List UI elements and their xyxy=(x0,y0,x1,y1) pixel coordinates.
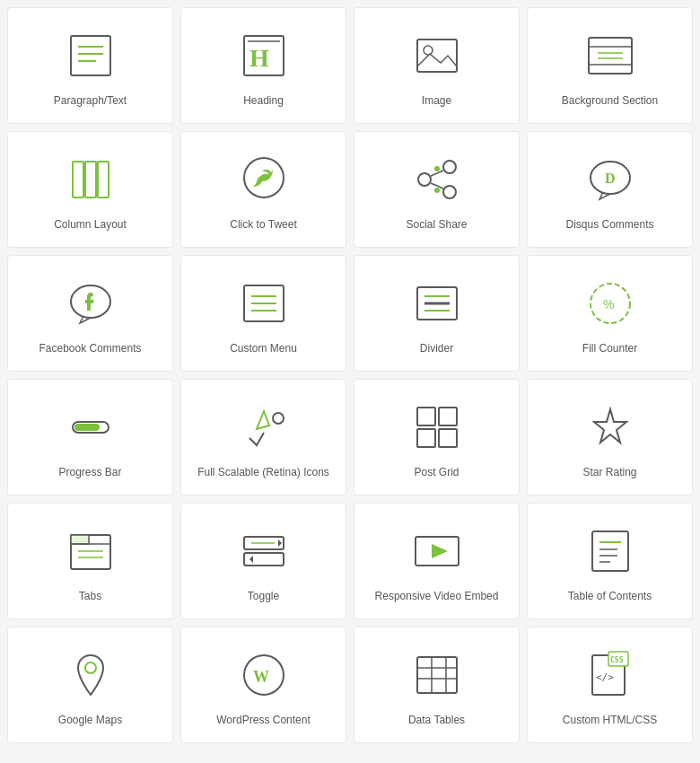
svg-point-24 xyxy=(434,188,440,193)
widget-card-tabs[interactable]: Tabs xyxy=(7,503,173,619)
svg-rect-42 xyxy=(439,408,457,425)
svg-rect-41 xyxy=(417,408,435,425)
svg-rect-15 xyxy=(85,162,96,197)
svg-marker-45 xyxy=(594,409,626,443)
widget-card-column-layout[interactable]: Column Layout xyxy=(7,131,173,248)
table-of-contents-icon xyxy=(582,522,639,580)
custom-menu-icon xyxy=(235,275,293,332)
widget-card-divider[interactable]: Divider xyxy=(354,255,520,372)
svg-point-23 xyxy=(434,166,440,171)
widget-label: Image xyxy=(422,93,451,109)
svg-point-19 xyxy=(418,173,431,186)
paragraph-icon xyxy=(62,27,119,84)
widget-label: Disqus Comments xyxy=(565,217,653,232)
progress-bar-icon xyxy=(62,399,119,456)
click-to-tweet-icon xyxy=(235,151,293,208)
widget-card-responsive-video-embed[interactable]: Responsive Video Embed xyxy=(354,503,520,619)
social-share-icon xyxy=(408,151,466,208)
widget-card-paragraph-text[interactable]: Paragraph/Text xyxy=(7,7,173,124)
widget-card-wordpress-content[interactable]: W WordPress Content xyxy=(180,627,346,743)
svg-text:</>: </> xyxy=(596,671,614,683)
svg-marker-55 xyxy=(249,556,253,563)
widget-label: Custom HTML/CSS xyxy=(563,713,657,728)
svg-point-8 xyxy=(424,46,433,55)
widget-label: Divider xyxy=(420,341,453,356)
svg-point-63 xyxy=(85,662,96,673)
widget-label: Fill Counter xyxy=(582,341,637,356)
widget-label: Table of Contents xyxy=(568,589,652,604)
svg-rect-7 xyxy=(417,39,457,72)
widget-card-custom-menu[interactable]: Custom Menu xyxy=(180,255,346,372)
svg-text:H: H xyxy=(249,44,269,72)
svg-rect-43 xyxy=(417,429,435,447)
fill-counter-icon: % xyxy=(582,275,639,332)
widget-card-background-section[interactable]: Background Section xyxy=(527,7,693,124)
widget-label: Progress Bar xyxy=(58,465,121,480)
svg-marker-52 xyxy=(278,539,282,547)
custom-html-icon: CSS </> xyxy=(582,646,639,704)
widget-label: Responsive Video Embed xyxy=(375,589,499,604)
svg-rect-58 xyxy=(592,531,628,571)
svg-rect-9 xyxy=(589,38,632,74)
widget-card-star-rating[interactable]: Star Rating xyxy=(527,379,693,496)
widget-label: Click to Tweet xyxy=(230,217,296,232)
image-icon xyxy=(408,27,466,84)
svg-point-18 xyxy=(443,161,456,173)
widget-label: Full Scalable (Retina) Icons xyxy=(197,465,329,480)
google-maps-icon xyxy=(62,646,119,704)
data-tables-icon xyxy=(408,646,466,704)
tabs-icon xyxy=(62,522,119,580)
video-embed-icon xyxy=(408,522,466,580)
widget-card-disqus-comments[interactable]: D Disqus Comments xyxy=(527,131,693,248)
svg-rect-14 xyxy=(73,162,83,197)
svg-rect-44 xyxy=(439,429,457,447)
svg-text:W: W xyxy=(253,668,269,686)
widget-label: Toggle xyxy=(248,589,279,604)
widget-card-post-grid[interactable]: Post Grid xyxy=(354,379,520,496)
widget-label: Social Share xyxy=(406,217,467,232)
widget-label: Star Rating xyxy=(582,465,636,480)
column-layout-icon xyxy=(62,151,119,208)
widget-card-click-to-tweet[interactable]: Click to Tweet xyxy=(180,131,346,248)
widget-card-progress-bar[interactable]: Progress Bar xyxy=(7,379,173,496)
svg-rect-39 xyxy=(74,424,100,431)
svg-rect-0 xyxy=(71,36,110,75)
wordpress-icon: W xyxy=(235,646,293,704)
widget-card-data-tables[interactable]: Data Tables xyxy=(354,627,520,743)
widget-card-full-scalable-icons[interactable]: Full Scalable (Retina) Icons xyxy=(180,379,346,496)
widget-label: Custom Menu xyxy=(230,341,297,356)
widget-card-image[interactable]: Image xyxy=(354,7,520,124)
widget-label: Google Maps xyxy=(58,713,122,728)
widget-label: Column Layout xyxy=(54,217,127,232)
post-grid-icon xyxy=(408,399,466,456)
star-rating-icon xyxy=(582,399,639,456)
background-section-icon xyxy=(582,27,639,84)
widget-label: Post Grid xyxy=(414,465,459,480)
widget-card-heading[interactable]: H Heading xyxy=(180,7,346,124)
widget-card-custom-html-css[interactable]: CSS </> Custom HTML/CSS xyxy=(527,627,693,743)
svg-rect-16 xyxy=(98,162,109,197)
widget-label: Background Section xyxy=(562,93,658,109)
svg-point-40 xyxy=(273,413,284,424)
svg-text:D: D xyxy=(605,171,616,186)
widget-label: WordPress Content xyxy=(216,713,311,728)
heading-icon: H xyxy=(235,27,293,84)
widget-label: Facebook Comments xyxy=(39,341,141,356)
widget-card-social-share[interactable]: Social Share xyxy=(354,131,520,248)
scalable-icons-icon xyxy=(235,399,293,456)
svg-point-20 xyxy=(443,186,456,198)
widget-card-google-maps[interactable]: Google Maps xyxy=(7,627,173,743)
disqus-comments-icon: D xyxy=(582,151,639,208)
svg-text:CSS: CSS xyxy=(610,656,624,664)
widget-card-toggle[interactable]: Toggle xyxy=(180,503,346,619)
svg-rect-47 xyxy=(71,535,89,544)
toggle-icon xyxy=(235,522,293,580)
facebook-comments-icon xyxy=(62,275,119,332)
widget-label: Paragraph/Text xyxy=(54,93,127,109)
widget-label: Data Tables xyxy=(408,713,465,728)
widget-card-table-of-contents[interactable]: Table of Contents xyxy=(527,503,693,619)
svg-rect-66 xyxy=(417,657,457,693)
widget-card-facebook-comments[interactable]: Facebook Comments xyxy=(7,255,173,372)
svg-marker-57 xyxy=(432,544,448,558)
widget-card-fill-counter[interactable]: % Fill Counter xyxy=(527,255,693,372)
